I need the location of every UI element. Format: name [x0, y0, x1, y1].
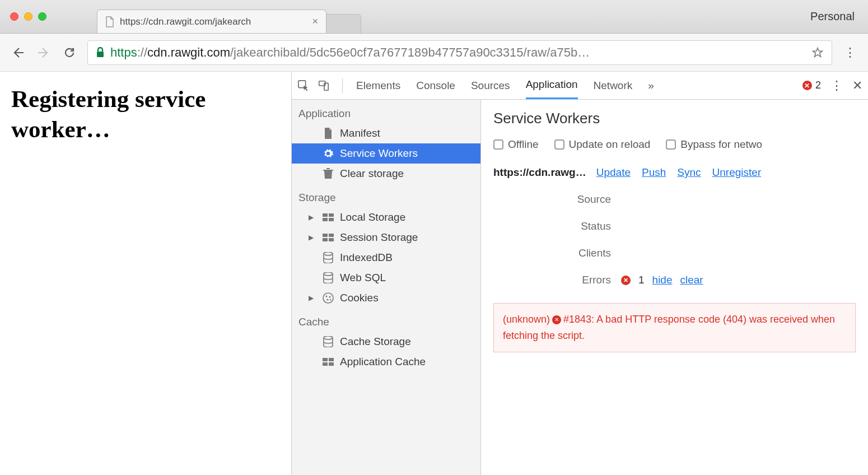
error-message-box: (unknown)✕#1843: A bad HTTP response cod… — [493, 303, 856, 352]
database-icon — [322, 336, 334, 347]
table-icon — [322, 358, 334, 366]
sidebar-item-label: Cookies — [340, 292, 379, 304]
url-path: /jakearchibald/5dc56e0cf7a7677189b47757a… — [230, 45, 806, 60]
database-icon — [322, 252, 334, 263]
url-scheme: https — [110, 45, 137, 60]
error-icon: ✕ — [802, 81, 812, 90]
svg-point-4 — [324, 252, 333, 255]
close-window-button[interactable] — [10, 12, 18, 21]
checkbox-icon — [666, 139, 676, 150]
bypass-network-checkbox[interactable]: Bypass for netwo — [666, 138, 762, 151]
error-icon: ✕ — [552, 315, 561, 324]
sidebar-item-manifest[interactable]: Manifest — [292, 123, 480, 143]
svg-point-9 — [327, 299, 329, 301]
svg-point-6 — [323, 293, 333, 303]
sidebar-item-indexeddb[interactable]: IndexedDB — [292, 248, 480, 268]
service-worker-options: Offline Update on reload Bypass for netw… — [493, 138, 856, 151]
application-sidebar: Application Manifest Service Workers Cle… — [292, 100, 481, 475]
new-tab-button[interactable] — [322, 14, 361, 33]
url-host: cdn.rawgit.com — [147, 45, 230, 60]
traffic-lights — [10, 12, 46, 21]
devtools-menu-button[interactable]: ⋮ — [829, 78, 844, 93]
svg-rect-0 — [97, 52, 104, 57]
sync-link[interactable]: Sync — [677, 166, 701, 179]
checkbox-icon — [493, 139, 503, 150]
browser-menu-button[interactable]: ⋮ — [842, 45, 858, 60]
error-count-badge[interactable]: ✕ 2 — [802, 80, 821, 91]
sidebar-item-application-cache[interactable]: Application Cache — [292, 352, 480, 372]
sidebar-item-websql[interactable]: Web SQL — [292, 268, 480, 288]
tab-title: https://cdn.rawgit.com/jakearch — [120, 16, 251, 27]
browser-toolbar: https :// cdn.rawgit.com /jakearchibald/… — [0, 34, 868, 72]
hide-errors-link[interactable]: hide — [652, 274, 673, 286]
reload-button[interactable] — [62, 45, 77, 60]
sidebar-item-label: Session Storage — [340, 231, 418, 244]
close-tab-icon[interactable]: × — [312, 16, 318, 27]
address-bar[interactable]: https :// cdn.rawgit.com /jakearchibald/… — [87, 40, 832, 65]
window-titlebar: https://cdn.rawgit.com/jakearch × Person… — [0, 0, 868, 34]
error-icon: ✕ — [621, 276, 631, 285]
bookmark-star-icon[interactable] — [811, 46, 824, 59]
sidebar-item-label: Web SQL — [340, 272, 386, 284]
service-worker-actions: Update Push Sync Unregister — [596, 166, 762, 179]
push-link[interactable]: Push — [642, 166, 666, 179]
update-link[interactable]: Update — [596, 166, 631, 179]
minimize-window-button[interactable] — [24, 12, 32, 21]
device-toolbar-icon[interactable] — [318, 80, 334, 92]
expand-icon: ▶ — [309, 234, 316, 241]
browser-tab-active[interactable]: https://cdn.rawgit.com/jakearch × — [97, 10, 326, 33]
cookie-icon — [322, 292, 334, 304]
offline-checkbox[interactable]: Offline — [493, 138, 539, 151]
row-label-source: Source — [493, 193, 611, 206]
sidebar-item-label: Manifest — [340, 127, 380, 139]
devtools-tab-sources[interactable]: Sources — [471, 72, 510, 99]
sidebar-item-cache-storage[interactable]: Cache Storage — [292, 332, 480, 352]
maximize-window-button[interactable] — [38, 12, 46, 21]
profile-label[interactable]: Personal — [810, 10, 855, 23]
sidebar-group-application: Application — [292, 100, 480, 123]
row-label-errors: Errors — [493, 274, 611, 286]
expand-icon: ▶ — [309, 294, 316, 302]
row-label-clients: Clients — [493, 247, 611, 259]
svg-point-7 — [326, 296, 328, 297]
sidebar-item-label: Application Cache — [340, 356, 426, 368]
devtools-tabs: Elements Console Sources Application Net… — [356, 72, 654, 99]
devtools-tab-elements[interactable]: Elements — [356, 72, 400, 99]
sidebar-item-local-storage[interactable]: ▶ Local Storage — [292, 207, 480, 227]
file-icon — [105, 16, 114, 27]
panel-title: Service Workers — [493, 110, 856, 127]
sidebar-item-cookies[interactable]: ▶ Cookies — [292, 288, 480, 308]
content-area: Registering service worker… Elements Con… — [0, 72, 868, 475]
error-count: 2 — [815, 80, 821, 91]
devtools-body: Application Manifest Service Workers Cle… — [292, 100, 868, 475]
file-icon — [322, 128, 334, 139]
sidebar-group-cache: Cache — [292, 308, 480, 332]
devtools-panel: Elements Console Sources Application Net… — [291, 72, 868, 475]
database-icon — [322, 272, 334, 283]
page-heading: Registering service worker… — [11, 84, 280, 145]
svg-point-8 — [329, 296, 331, 298]
sidebar-item-label: Local Storage — [340, 211, 405, 223]
update-on-reload-checkbox[interactable]: Update on reload — [554, 138, 651, 151]
close-devtools-icon[interactable]: ✕ — [852, 78, 862, 93]
clear-errors-link[interactable]: clear — [680, 274, 703, 286]
url-scheme-sep: :// — [137, 45, 147, 60]
inspect-element-icon[interactable] — [297, 80, 314, 92]
sidebar-item-clear-storage[interactable]: Clear storage — [292, 164, 480, 184]
checkbox-icon — [554, 139, 564, 150]
devtools-tab-network[interactable]: Network — [594, 72, 633, 99]
forward-button[interactable] — [36, 45, 52, 60]
service-worker-origin: https://cdn.rawg… — [493, 166, 586, 179]
page-body: Registering service worker… — [0, 72, 291, 475]
separator — [342, 78, 343, 93]
back-button[interactable] — [10, 45, 26, 60]
devtools-tab-more[interactable]: » — [648, 72, 654, 99]
svg-point-11 — [324, 336, 333, 339]
unregister-link[interactable]: Unregister — [712, 166, 762, 179]
row-label-status: Status — [493, 220, 611, 232]
devtools-tab-console[interactable]: Console — [416, 72, 455, 99]
sidebar-item-service-workers[interactable]: Service Workers — [292, 143, 480, 164]
lock-icon — [96, 47, 105, 58]
devtools-tab-application[interactable]: Application — [526, 72, 578, 99]
sidebar-item-session-storage[interactable]: ▶ Session Storage — [292, 227, 480, 248]
